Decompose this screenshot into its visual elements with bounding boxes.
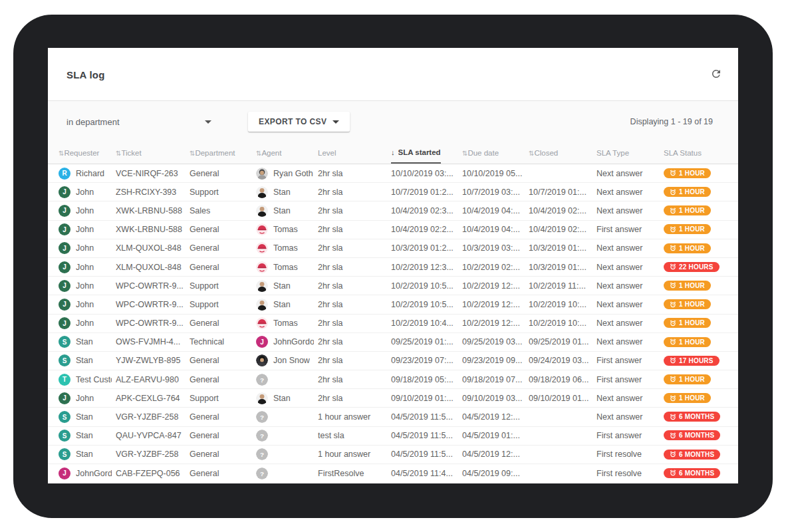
- ticket-cell: QAU-YVPCA-847: [116, 431, 190, 440]
- alarm-icon: [670, 245, 676, 251]
- requester-avatar: T: [59, 374, 70, 386]
- sla-started-cell: 04/5/2019 11:5...: [391, 431, 462, 440]
- requester-cell: JJohn: [59, 280, 116, 292]
- alarm-icon: [670, 451, 676, 458]
- due-date-cell: 10/2/2019 12:...: [462, 319, 529, 328]
- sla-status-label: 1 HOUR: [679, 188, 705, 196]
- level-cell: 1 hour answer: [318, 450, 391, 459]
- due-date-cell: 10/3/2019 03:...: [462, 243, 529, 253]
- alarm-icon: [670, 226, 676, 233]
- agent-cell: Tomas: [256, 261, 318, 273]
- requester-avatar: J: [59, 242, 70, 254]
- table-row[interactable]: JJohnAPK-CEXLG-764SupportStan2hr sla09/1…: [48, 389, 738, 408]
- page: SLA log in department EXPORT TO CSV Disp…: [0, 0, 786, 532]
- column-header-sla-started[interactable]: ↓SLA started: [391, 142, 462, 164]
- column-header-label: SLA Status: [664, 149, 702, 157]
- svg-text:?: ?: [260, 414, 264, 421]
- agent-avatar: ?: [256, 467, 268, 479]
- requester-cell: SStan: [59, 430, 116, 442]
- ticket-cell: APK-CEXLG-764: [116, 394, 190, 403]
- sla-status-cell: 1 HOUR: [664, 337, 731, 348]
- sla-type-cell: First resolve: [596, 469, 664, 478]
- department-filter-select[interactable]: in department: [66, 117, 211, 127]
- closed-cell: 10/4/2019 02:...: [529, 225, 596, 234]
- table-row[interactable]: SStanYJW-ZWLYB-895GeneralJon Snow2hr sla…: [48, 352, 738, 370]
- requester-avatar: J: [59, 186, 70, 198]
- agent-name: Stan: [273, 281, 291, 291]
- sla-started-cell: 09/10/2019 01:...: [391, 394, 462, 403]
- column-header-department[interactable]: ⇅Department: [190, 142, 256, 164]
- requester-avatar: S: [59, 411, 70, 423]
- table-row[interactable]: JJohnXWK-LRBNU-588GeneralTomas2hr sla10/…: [48, 221, 738, 239]
- agent-name: JohnGordon: [273, 337, 314, 346]
- department-cell: General: [190, 243, 256, 253]
- table-row[interactable]: RRichardVCE-NIRQF-263GeneralRyan Goth2hr…: [48, 164, 738, 183]
- ticket-cell: WPC-OWRTR-9...: [116, 281, 190, 291]
- sla-type-cell: Next answer: [596, 412, 664, 422]
- due-date-cell: 10/2/2019 02:...: [462, 263, 529, 272]
- department-cell: Support: [190, 300, 256, 309]
- agent-name: Stan: [273, 206, 291, 215]
- sla-status-badge: 6 MONTHS: [664, 430, 720, 440]
- table-row[interactable]: JJohnZSH-RCIXY-393SupportStan2hr sla10/7…: [48, 183, 738, 201]
- requester-avatar: J: [59, 299, 70, 311]
- agent-avatar: [256, 168, 268, 180]
- sla-started-cell: 10/2/2019 10:5...: [391, 281, 462, 291]
- alarm-icon: [670, 189, 676, 196]
- due-date-cell: 10/2/2019 12:...: [462, 300, 529, 309]
- requester-avatar: S: [59, 448, 70, 460]
- table-row[interactable]: SStanVGR-YJZBF-258General?1 hour answer0…: [48, 446, 738, 464]
- column-header-due-date[interactable]: ⇅Due date: [462, 142, 529, 164]
- column-header-requester[interactable]: ⇅Requester: [59, 142, 116, 164]
- closed-cell: 10/4/2019 02:...: [529, 206, 596, 215]
- closed-cell: 09/18/2019 06...: [529, 375, 596, 384]
- column-header-label: Closed: [534, 149, 558, 157]
- table-row[interactable]: JJohnGordoCAB-FZEPQ-056General?FirstReso…: [48, 464, 738, 483]
- table-row[interactable]: JJohnXWK-LRBNU-588SalesStan2hr sla10/4/2…: [48, 201, 738, 220]
- sla-started-cell: 10/10/2019 03:...: [391, 169, 462, 178]
- department-cell: General: [190, 263, 256, 272]
- table-row[interactable]: SStanOWS-FVJMH-4...TechnicalJJohnGordon2…: [48, 333, 738, 352]
- export-to-csv-button[interactable]: EXPORT TO CSV: [248, 112, 350, 132]
- refresh-icon[interactable]: [710, 68, 723, 81]
- due-date-cell: 10/4/2019 04:...: [462, 225, 529, 234]
- ticket-cell: ALZ-EARVU-980: [116, 375, 190, 384]
- table-row[interactable]: SStanVGR-YJZBF-258General?1 hour answer0…: [48, 408, 738, 426]
- agent-avatar: [256, 261, 268, 273]
- sla-status-badge: 1 HOUR: [664, 299, 711, 309]
- column-header-sla-status: SLA Status: [664, 142, 731, 164]
- department-cell: General: [190, 469, 256, 478]
- sla-status-cell: 6 MONTHS: [664, 468, 731, 479]
- requester-cell: JJohn: [59, 392, 116, 404]
- table-row[interactable]: JJohnWPC-OWRTR-9...SupportStan2hr sla10/…: [48, 295, 738, 314]
- column-header-agent[interactable]: ⇅Agent: [256, 142, 318, 164]
- requester-cell: JJohn: [59, 317, 116, 329]
- agent-name: Stan: [273, 188, 291, 197]
- column-header-label: Requester: [64, 149, 99, 157]
- sla-status-label: 1 HOUR: [679, 207, 705, 214]
- agent-name: Jon Snow: [273, 356, 310, 365]
- agent-avatar: [256, 280, 268, 292]
- table-row[interactable]: SStanQAU-YVPCA-847General?test sla04/5/2…: [48, 427, 738, 446]
- table-row[interactable]: JJohnXLM-QUXOL-848GeneralTomas2hr sla10/…: [48, 239, 738, 258]
- sla-status-badge: 1 HOUR: [664, 168, 711, 178]
- agent-cell: ?: [256, 430, 318, 442]
- agent-avatar: ?: [256, 374, 268, 386]
- agent-name: Ryan Goth: [273, 169, 313, 178]
- sla-status-cell: 1 HOUR: [664, 281, 731, 291]
- sla-status-badge: 1 HOUR: [664, 205, 711, 215]
- sla-status-label: 1 HOUR: [679, 245, 705, 252]
- table-row[interactable]: TTest CustoALZ-EARVU-980General?2hr sla0…: [48, 370, 738, 389]
- sla-status-cell: 1 HOUR: [664, 205, 731, 216]
- column-header-closed[interactable]: ⇅Closed: [529, 142, 596, 164]
- table-row[interactable]: JJohnXLM-QUXOL-848GeneralTomas2hr sla10/…: [48, 258, 738, 277]
- requester-cell: SStan: [59, 411, 116, 423]
- sla-status-badge: 6 MONTHS: [664, 450, 720, 460]
- level-cell: 2hr sla: [318, 206, 391, 215]
- column-header-ticket[interactable]: ⇅Ticket: [116, 142, 190, 164]
- table-row[interactable]: JJohnWPC-OWRTR-9...GeneralTomas2hr sla10…: [48, 315, 738, 333]
- table-row[interactable]: JJohnWPC-OWRTR-9...SupportStan2hr sla10/…: [48, 277, 738, 295]
- level-cell: 2hr sla: [318, 394, 391, 403]
- due-date-cell: 04/5/2019 01:...: [462, 431, 529, 440]
- displaying-count: Displaying 1 - 19 of 19: [630, 117, 713, 126]
